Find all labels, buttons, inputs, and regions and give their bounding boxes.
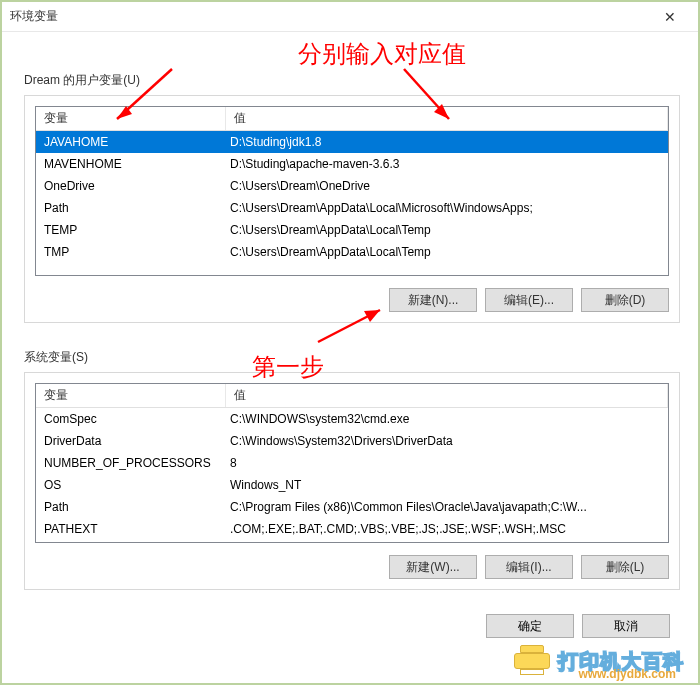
table-row[interactable]: NUMBER_OF_PROCESSORS8: [36, 452, 668, 474]
system-section-label: 系统变量(S): [24, 349, 680, 366]
cell-value: C:\Users\Dream\OneDrive: [226, 177, 668, 195]
cell-variable: DriverData: [36, 432, 226, 450]
cell-variable: OS: [36, 476, 226, 494]
printer-icon: [512, 645, 552, 677]
edit-system-var-button[interactable]: 编辑(I)...: [485, 555, 573, 579]
cell-variable: TMP: [36, 243, 226, 261]
cell-variable: Path: [36, 199, 226, 217]
close-icon: ✕: [664, 9, 676, 25]
cell-value: C:\Users\Dream\AppData\Local\Temp: [226, 221, 668, 239]
cancel-button[interactable]: 取消: [582, 614, 670, 638]
table-row[interactable]: ComSpecC:\WINDOWS\system32\cmd.exe: [36, 408, 668, 430]
user-table-body: JAVAHOMED:\Studing\jdk1.8MAVENHOMED:\Stu…: [36, 131, 668, 263]
cell-value: C:\WINDOWS\system32\cmd.exe: [226, 410, 668, 428]
table-row[interactable]: OSWindows_NT: [36, 474, 668, 496]
col-value[interactable]: 值: [226, 107, 668, 130]
dialog-content: 分别输入对应值 Dream 的用户变量(U) 变量 值 JAVAHOMED:\S…: [2, 32, 698, 608]
table-row[interactable]: TEMPC:\Users\Dream\AppData\Local\Temp: [36, 219, 668, 241]
cell-value: D:\Studing\jdk1.8: [226, 133, 668, 151]
user-var-table[interactable]: 变量 值 JAVAHOMED:\Studing\jdk1.8MAVENHOMED…: [35, 106, 669, 276]
new-system-var-button[interactable]: 新建(W)...: [389, 555, 477, 579]
cell-variable: OneDrive: [36, 177, 226, 195]
delete-system-var-button[interactable]: 删除(L): [581, 555, 669, 579]
cell-value: .COM;.EXE;.BAT;.CMD;.VBS;.VBE;.JS;.JSE;.…: [226, 520, 668, 538]
cell-value: C:\Users\Dream\AppData\Local\Temp: [226, 243, 668, 261]
cell-value: C:\Program Files (x86)\Common Files\Orac…: [226, 498, 668, 516]
table-row[interactable]: PROCESSOR_ARCHITECTUREAMD64: [36, 540, 668, 543]
annotation-top: 分别输入对应值: [84, 38, 680, 72]
watermark-url: www.djydbk.com: [578, 667, 676, 681]
system-table-body: ComSpecC:\WINDOWS\system32\cmd.exeDriver…: [36, 408, 668, 543]
annotation-step1: 第一步: [252, 351, 324, 383]
table-header: 变量 值: [36, 384, 668, 408]
cell-value: C:\Users\Dream\AppData\Local\Microsoft\W…: [226, 199, 668, 217]
system-button-row: 新建(W)... 编辑(I)... 删除(L): [35, 555, 669, 579]
cell-variable: MAVENHOME: [36, 155, 226, 173]
cell-value: Windows_NT: [226, 476, 668, 494]
cell-variable: PATHEXT: [36, 520, 226, 538]
cell-variable: JAVAHOME: [36, 133, 226, 151]
col-variable[interactable]: 变量: [36, 384, 226, 407]
user-button-row: 新建(N)... 编辑(E)... 删除(D): [35, 288, 669, 312]
table-row[interactable]: MAVENHOMED:\Studing\apache-maven-3.6.3: [36, 153, 668, 175]
table-header: 变量 值: [36, 107, 668, 131]
new-user-var-button[interactable]: 新建(N)...: [389, 288, 477, 312]
table-row[interactable]: PathC:\Program Files (x86)\Common Files\…: [36, 496, 668, 518]
user-section-label: Dream 的用户变量(U): [24, 72, 680, 89]
table-row[interactable]: TMPC:\Users\Dream\AppData\Local\Temp: [36, 241, 668, 263]
cell-variable: PROCESSOR_ARCHITECTURE: [36, 542, 226, 543]
title-bar: 环境变量 ✕: [2, 2, 698, 32]
table-row[interactable]: PATHEXT.COM;.EXE;.BAT;.CMD;.VBS;.VBE;.JS…: [36, 518, 668, 540]
cell-value: 8: [226, 454, 668, 472]
cell-variable: Path: [36, 498, 226, 516]
cell-value: AMD64: [226, 542, 668, 543]
edit-user-var-button[interactable]: 编辑(E)...: [485, 288, 573, 312]
system-section-box: 变量 值 ComSpecC:\WINDOWS\system32\cmd.exeD…: [24, 372, 680, 590]
user-section-box: 变量 值 JAVAHOMED:\Studing\jdk1.8MAVENHOMED…: [24, 95, 680, 323]
table-row[interactable]: OneDriveC:\Users\Dream\OneDrive: [36, 175, 668, 197]
col-value[interactable]: 值: [226, 384, 668, 407]
cell-variable: NUMBER_OF_PROCESSORS: [36, 454, 226, 472]
window-title: 环境变量: [10, 8, 58, 25]
cell-value: D:\Studing\apache-maven-3.6.3: [226, 155, 668, 173]
table-row[interactable]: JAVAHOMED:\Studing\jdk1.8: [36, 131, 668, 153]
delete-user-var-button[interactable]: 删除(D): [581, 288, 669, 312]
table-row[interactable]: PathC:\Users\Dream\AppData\Local\Microso…: [36, 197, 668, 219]
cell-value: C:\Windows\System32\Drivers\DriverData: [226, 432, 668, 450]
system-var-table[interactable]: 变量 值 ComSpecC:\WINDOWS\system32\cmd.exeD…: [35, 383, 669, 543]
dialog-bottom-buttons: 确定 取消: [2, 608, 698, 638]
cell-variable: ComSpec: [36, 410, 226, 428]
ok-button[interactable]: 确定: [486, 614, 574, 638]
cell-variable: TEMP: [36, 221, 226, 239]
col-variable[interactable]: 变量: [36, 107, 226, 130]
system-section: 系统变量(S) 变量 值 ComSpecC:\WINDOWS\system32\…: [24, 349, 680, 590]
table-row[interactable]: DriverDataC:\Windows\System32\Drivers\Dr…: [36, 430, 668, 452]
close-button[interactable]: ✕: [650, 3, 690, 31]
